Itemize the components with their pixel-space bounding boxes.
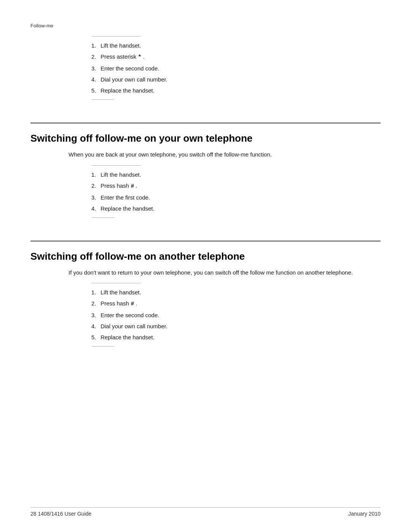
step-text: Dial your own call number. [100, 76, 167, 83]
list-item: 4. Replace the handset. [91, 203, 381, 214]
footer-right: January 2010 [348, 511, 381, 517]
symbol: # [131, 183, 134, 190]
step-text: Enter the second code. [100, 65, 159, 72]
top-section: 1. Lift the handset. 2. Press asterisk *… [30, 32, 381, 111]
step-text: Lift the handset. [100, 171, 141, 178]
section1-intro: When you are back at your own telephone,… [68, 150, 365, 159]
section2-title: Switching off follow-me on another telep… [30, 251, 381, 262]
step-text: Lift the handset. [100, 289, 141, 296]
step-text: Enter the first code. [100, 194, 150, 201]
section1-steps-list: 1. Lift the handset. 2. Press hash # . 3… [91, 169, 381, 214]
list-item: 2. Press hash # . [91, 298, 381, 309]
symbol: * [138, 54, 142, 61]
list-item: 3. Enter the first code. [91, 192, 381, 203]
section2-top-rule [91, 283, 141, 283]
list-item: 3. Enter the second code. [91, 63, 381, 73]
list-item: 2. Press asterisk * . [91, 51, 381, 62]
section2-separator [30, 241, 381, 241]
section2: Switching off follow-me on another telep… [30, 233, 381, 358]
list-item: 3. Enter the second code. [91, 310, 381, 320]
section2-steps-list: 1. Lift the handset. 2. Press hash # . 3… [91, 287, 381, 342]
list-item: 5. Replace the handset. [91, 332, 381, 342]
step-text: Lift the handset. [100, 42, 141, 49]
top-steps-list: 1. Lift the handset. 2. Press asterisk *… [91, 40, 381, 96]
list-item: 4. Dial your own call number. [91, 74, 381, 85]
breadcrumb: Follow-me [30, 23, 381, 29]
list-item: 1. Lift the handset. [91, 40, 381, 51]
section1-bottom-rule [91, 217, 114, 218]
step-text: Press hash # . [100, 300, 137, 307]
section1: Switching off follow-me on your own tele… [30, 115, 381, 229]
section2-bottom-rule [91, 346, 114, 347]
bottom-rule-short [91, 99, 114, 100]
list-item: 1. Lift the handset. [91, 169, 381, 180]
footer-left: 28 1408/1416 User Guide [30, 511, 91, 517]
top-rule-line [91, 36, 141, 37]
step-text: Replace the handset. [100, 205, 155, 212]
list-item: 1. Lift the handset. [91, 287, 381, 297]
step-text: Replace the handset. [100, 334, 155, 340]
section1-top-rule [91, 165, 141, 166]
step-text: Replace the handset. [100, 87, 155, 94]
footer: 28 1408/1416 User Guide January 2010 [30, 507, 381, 517]
list-item: 5. Replace the handset. [91, 85, 381, 96]
symbol: # [131, 301, 134, 307]
step-text: Press hash # . [100, 182, 137, 189]
step-text: Press asterisk * . [100, 53, 145, 60]
step-text: Enter the second code. [100, 312, 159, 318]
section2-intro: If you don't want to return to your own … [68, 268, 365, 277]
section1-title: Switching off follow-me on your own tele… [30, 133, 381, 144]
page: Follow-me 1. Lift the handset. 2. Press … [0, 0, 411, 532]
section1-separator [30, 123, 381, 123]
list-item: 2. Press hash # . [91, 181, 381, 192]
step-text: Dial your own call number. [100, 323, 167, 329]
list-item: 4. Dial your own call number. [91, 321, 381, 331]
